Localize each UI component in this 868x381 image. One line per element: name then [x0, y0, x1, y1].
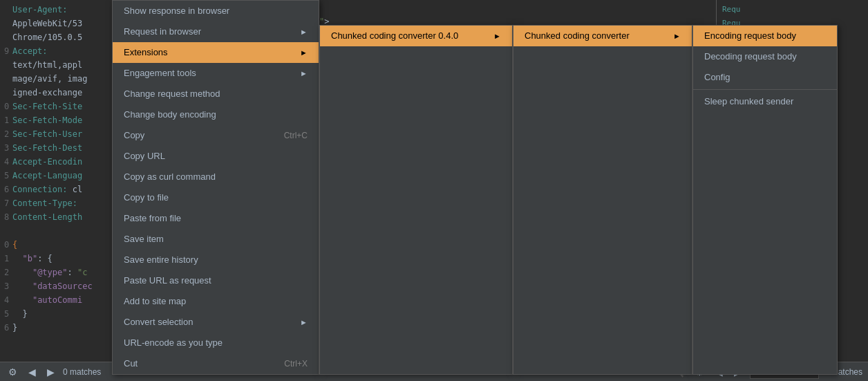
- menu-item-config[interactable]: Config: [693, 67, 837, 88]
- menu-item-request-in-browser[interactable]: Request in browser ►: [113, 21, 319, 42]
- header-line: Chrome/105.0.5: [0, 30, 113, 44]
- code-line: 1 "b": {: [0, 252, 113, 266]
- menu-item-sleep-chunked[interactable]: Sleep chunked sender: [693, 91, 837, 112]
- main-context-menu: Show response in browser Request in brow…: [112, 0, 319, 375]
- menu-item-save-entire-history[interactable]: Save entire history: [113, 250, 319, 270]
- menu-item-copy-to-file[interactable]: Copy to file: [113, 187, 319, 208]
- header-line: text/html,appl: [0, 58, 113, 72]
- header-line: mage/avif, imag: [0, 72, 113, 86]
- menu-item-chunked-0[interactable]: Chunked coding converter 0.4.0 ►: [320, 26, 512, 46]
- submenu-arrow-icon: ►: [300, 315, 308, 329]
- menu-item-change-request-method[interactable]: Change request method: [113, 84, 319, 104]
- menu-item-url-encode[interactable]: URL-encode as you type: [113, 333, 319, 353]
- prev-icon[interactable]: ◀: [26, 365, 39, 379]
- left-panel: User-Agent: AppleWebKit/53 Chrome/105.0.…: [0, 0, 114, 381]
- menu-item-add-to-site-map[interactable]: Add to site map: [113, 291, 319, 312]
- menu-item-copy[interactable]: Copy Ctrl+C: [113, 125, 319, 146]
- code-line: 5 }: [0, 307, 113, 321]
- extensions-submenu-1: Chunked coding converter 0.4.0 ►: [319, 25, 513, 375]
- menu-item-convert-selection[interactable]: Convert selection ►: [113, 312, 319, 333]
- menu-item-extensions[interactable]: Extensions ►: [113, 42, 319, 63]
- submenu-arrow-icon: ►: [300, 66, 308, 80]
- menu-separator: [693, 89, 837, 90]
- menu-item-copy-curl[interactable]: Copy as curl command: [113, 167, 319, 187]
- submenu-arrow-icon: ►: [300, 46, 308, 59]
- menu-item-show-response[interactable]: Show response in browser: [113, 1, 319, 21]
- submenu-arrow-icon: ►: [493, 29, 501, 43]
- menu-item-copy-url[interactable]: Copy URL: [113, 146, 319, 167]
- header-line: 9Accept:: [0, 44, 113, 58]
- menu-item-cut[interactable]: Cut Ctrl+X: [113, 353, 319, 374]
- code-line: 4 "autoCommi: [0, 293, 113, 307]
- header-line: User-Agent:: [0, 3, 113, 17]
- submenu-arrow-icon: ►: [673, 29, 681, 43]
- header-line: 5Accept-Languag: [0, 169, 113, 183]
- header-line: 1Sec-Fetch-Mode: [0, 113, 113, 127]
- header-line: AppleWebKit/53: [0, 17, 113, 30]
- menu-item-save-item[interactable]: Save item: [113, 229, 319, 250]
- header-line: [0, 224, 113, 238]
- header-line: 6Connection: cl: [0, 183, 113, 196]
- menu-item-chunked-1[interactable]: Chunked coding converter ►: [513, 26, 692, 46]
- submenu-arrow-icon: ►: [300, 25, 308, 39]
- context-menus-container: Show response in browser Request in brow…: [112, 0, 838, 375]
- left-matches: 0 matches: [63, 367, 101, 377]
- code-line: 6}: [0, 321, 113, 335]
- menu-item-change-body-encoding[interactable]: Change body encoding: [113, 104, 319, 125]
- header-line: 3Sec-Fetch-Dest: [0, 141, 113, 155]
- menu-item-engagement-tools[interactable]: Engagement tools ►: [113, 63, 319, 84]
- code-line: 3 "dataSourcec: [0, 279, 113, 293]
- menu-item-encoding-body[interactable]: Encoding request body: [693, 26, 837, 46]
- menu-item-paste-url[interactable]: Paste URL as request: [113, 270, 319, 291]
- menu-item-decoding-body[interactable]: Decoding request body: [693, 46, 837, 67]
- next-icon[interactable]: ▶: [44, 365, 57, 379]
- header-line: igned-exchange: [0, 86, 113, 100]
- code-line: 0{: [0, 238, 113, 252]
- header-line: 4Accept-Encodin: [0, 155, 113, 169]
- header-line: 0Sec-Fetch-Site: [0, 100, 113, 113]
- extensions-submenu-3: Encoding request body Decoding request b…: [692, 25, 838, 375]
- code-line: 2 "@type": "c: [0, 266, 113, 279]
- header-line: 7Content-Type:: [0, 196, 113, 210]
- header-line: 8Content-Length: [0, 210, 113, 224]
- extensions-submenu-2: Chunked coding converter ►: [513, 25, 692, 375]
- settings-icon[interactable]: ⚙: [6, 365, 20, 379]
- menu-item-paste-from-file[interactable]: Paste from file: [113, 208, 319, 229]
- header-line: 2Sec-Fetch-User: [0, 127, 113, 141]
